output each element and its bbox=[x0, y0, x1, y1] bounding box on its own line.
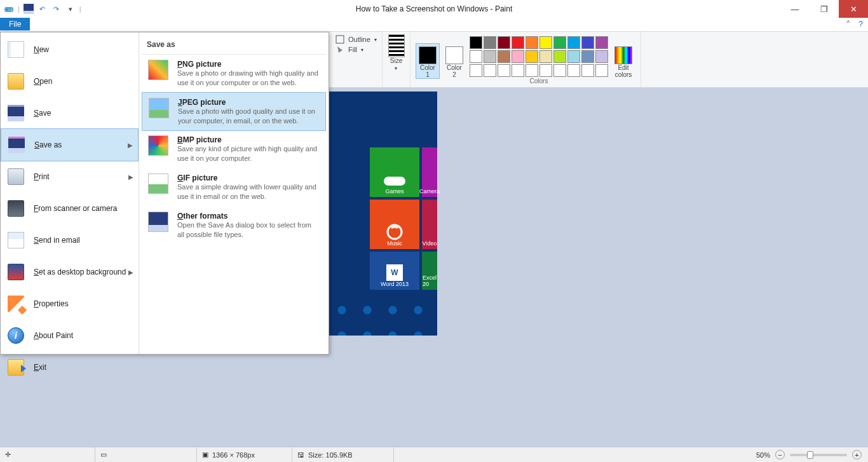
saveas-item-title: Other formats bbox=[177, 212, 320, 221]
saveas-item-bmp-picture[interactable]: BMP pictureSave any kind of picture with… bbox=[142, 130, 326, 168]
color-palette bbox=[469, 36, 609, 78]
palette-swatch[interactable] bbox=[595, 36, 608, 49]
help-icon[interactable]: ? bbox=[853, 18, 868, 31]
minimize-button[interactable]: — bbox=[780, 0, 810, 18]
palette-swatch[interactable] bbox=[484, 64, 496, 77]
palette-swatch[interactable] bbox=[581, 64, 594, 77]
palette-swatch[interactable] bbox=[553, 50, 566, 63]
file-menu-item-save[interactable]: Save bbox=[1, 97, 139, 129]
palette-swatch[interactable] bbox=[484, 36, 496, 49]
file-menu-item-label: From scanner or camera bbox=[34, 204, 117, 213]
color-2-swatch bbox=[445, 46, 463, 64]
file-menu-item-label: Save bbox=[34, 109, 51, 118]
palette-swatch[interactable] bbox=[539, 36, 552, 49]
color-2-button[interactable]: Color 2 bbox=[442, 43, 466, 79]
file-menu-item-save-as[interactable]: Save as▶ bbox=[1, 128, 139, 161]
svg-rect-5 bbox=[384, 177, 405, 186]
palette-swatch[interactable] bbox=[526, 36, 538, 49]
tile-excel: Excel 20 bbox=[422, 252, 437, 290]
file-menu-right: Save as PNG pictureSave a photo or drawi… bbox=[139, 32, 329, 354]
fill-dropdown[interactable]: Fill▾ bbox=[336, 44, 363, 55]
file-menu-item-exit[interactable]: Exit bbox=[1, 351, 139, 383]
redo-icon[interactable]: ↷ bbox=[51, 4, 62, 14]
palette-swatch[interactable] bbox=[595, 50, 608, 63]
properties-icon bbox=[7, 295, 25, 313]
qat-customize-icon[interactable]: ▾ bbox=[65, 4, 76, 14]
color-1-button[interactable]: Color 1 bbox=[416, 43, 440, 79]
palette-swatch[interactable] bbox=[539, 50, 552, 63]
collapse-ribbon-icon[interactable]: ^ bbox=[843, 18, 854, 29]
file-menu-item-from-scanner-or-camera[interactable]: From scanner or camera bbox=[1, 193, 139, 224]
saveas-item-png-picture[interactable]: PNG pictureSave a photo or drawing with … bbox=[142, 55, 326, 93]
palette-swatch[interactable] bbox=[539, 64, 552, 77]
saveas-item-gif-picture[interactable]: GIF pictureSave a simple drawing with lo… bbox=[142, 168, 326, 207]
palette-swatch[interactable] bbox=[567, 50, 580, 63]
tile-video: Video bbox=[422, 200, 437, 249]
zoom-in-button[interactable]: + bbox=[852, 450, 862, 459]
ribbon-tabs: File ? ^ bbox=[0, 18, 868, 32]
dimensions-icon: ▣ bbox=[202, 451, 208, 459]
size-button-icon[interactable] bbox=[388, 34, 405, 57]
file-menu-item-label: Save as bbox=[34, 140, 62, 149]
palette-swatch[interactable] bbox=[512, 36, 524, 49]
new-icon bbox=[7, 41, 25, 58]
svg-point-2 bbox=[9, 8, 10, 9]
saveas-format-icon bbox=[148, 212, 168, 232]
zoom-out-button[interactable]: − bbox=[775, 450, 785, 459]
save-icon bbox=[7, 104, 25, 122]
palette-swatch[interactable] bbox=[498, 50, 510, 63]
palette-swatch[interactable] bbox=[526, 50, 538, 63]
palette-swatch[interactable] bbox=[526, 64, 538, 77]
tile-word: WWord 2013 bbox=[370, 252, 419, 290]
saveas-item-jpeg-picture[interactable]: JPEG pictureSave a photo with good quali… bbox=[142, 92, 326, 132]
file-menu-item-print[interactable]: Print▶ bbox=[1, 161, 139, 193]
file-menu-item-send-in-email[interactable]: Send in email bbox=[1, 224, 139, 256]
palette-swatch[interactable] bbox=[567, 64, 580, 77]
file-menu-item-new[interactable]: New bbox=[1, 34, 139, 65]
file-tab[interactable]: File bbox=[0, 18, 30, 31]
title-bar: | ↶ ↷ ▾ | How to Take a Screenshot on Wi… bbox=[0, 0, 868, 18]
palette-swatch[interactable] bbox=[512, 64, 524, 77]
save-icon[interactable] bbox=[24, 4, 34, 14]
size-group: Size▾ bbox=[383, 32, 410, 87]
svg-point-1 bbox=[6, 9, 8, 10]
palette-swatch[interactable] bbox=[498, 36, 510, 49]
svg-point-3 bbox=[11, 10, 12, 11]
save-as-icon bbox=[8, 136, 25, 154]
saveas-item-title: BMP picture bbox=[177, 135, 320, 144]
saveas-item-other-formats[interactable]: Other formatsOpen the Save As dialog box… bbox=[142, 207, 326, 245]
palette-swatch[interactable] bbox=[567, 36, 580, 49]
size-label[interactable]: Size bbox=[390, 57, 402, 64]
zoom-level: 50% bbox=[756, 451, 770, 459]
maximize-button[interactable]: ❐ bbox=[810, 0, 839, 18]
quick-access-toolbar: | ↶ ↷ ▾ | bbox=[0, 4, 81, 14]
palette-swatch[interactable] bbox=[498, 64, 510, 77]
palette-swatch[interactable] bbox=[484, 50, 496, 63]
palette-swatch[interactable] bbox=[553, 64, 566, 77]
saveas-item-desc: Save a photo with good quality and use i… bbox=[178, 107, 319, 126]
undo-icon[interactable]: ↶ bbox=[37, 4, 48, 14]
set-as-desktop-background-icon bbox=[7, 263, 25, 281]
palette-swatch[interactable] bbox=[581, 50, 594, 63]
qat-separator: | bbox=[18, 5, 20, 13]
edit-colors-button[interactable]: Edit colors bbox=[611, 43, 635, 79]
file-menu-item-properties[interactable]: Properties bbox=[1, 288, 139, 320]
zoom-slider[interactable] bbox=[790, 454, 847, 456]
palette-swatch[interactable] bbox=[553, 36, 566, 49]
palette-swatch[interactable] bbox=[581, 36, 594, 49]
palette-swatch[interactable] bbox=[470, 36, 482, 49]
file-menu: NewOpenSaveSave as▶Print▶From scanner or… bbox=[0, 32, 329, 355]
file-menu-item-open[interactable]: Open bbox=[1, 65, 139, 97]
palette-swatch[interactable] bbox=[595, 64, 608, 77]
close-button[interactable]: ✕ bbox=[839, 0, 868, 18]
file-menu-left: NewOpenSaveSave as▶Print▶From scanner or… bbox=[1, 32, 139, 354]
palette-swatch[interactable] bbox=[512, 50, 524, 63]
file-menu-item-about-paint[interactable]: iAbout Paint bbox=[1, 320, 139, 351]
file-menu-item-label: Set as desktop background bbox=[34, 268, 126, 276]
palette-swatch[interactable] bbox=[470, 64, 482, 77]
colors-group: Color 1 Color 2 Colors Edit colors bbox=[410, 32, 641, 87]
palette-swatch[interactable] bbox=[470, 50, 482, 63]
file-menu-item-label: Print bbox=[34, 172, 50, 181]
outline-dropdown[interactable]: Outline▾ bbox=[336, 34, 377, 44]
file-menu-item-set-as-desktop-background[interactable]: Set as desktop background▶ bbox=[1, 256, 139, 288]
